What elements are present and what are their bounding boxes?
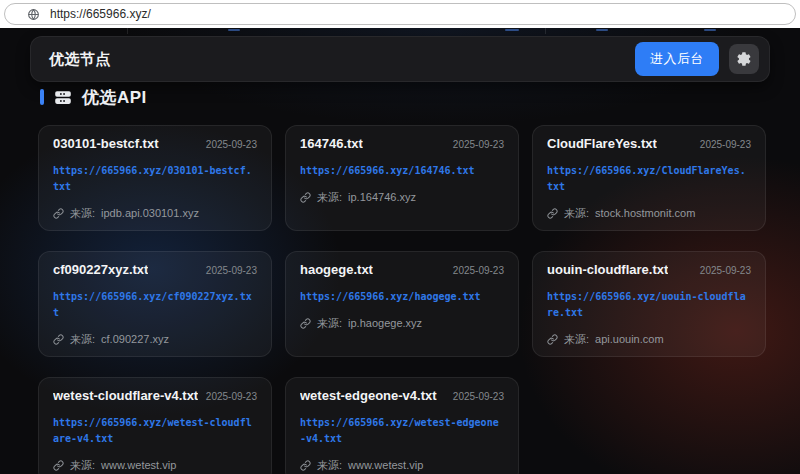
- browser-chrome: https://665966.xyz/: [0, 0, 800, 28]
- source-value: www.wetest.vip: [101, 458, 176, 472]
- card-header: wetest-cloudflare-v4.txt 2025-09-23: [53, 388, 257, 404]
- card-source: 来源: ip.haogege.xyz: [300, 316, 504, 330]
- card-url-link[interactable]: https://665966.xyz/wetest-edgeone-v4.txt: [300, 415, 504, 447]
- enter-admin-button[interactable]: 进入后台: [635, 42, 719, 76]
- card-title: CloudFlareYes.txt: [547, 136, 657, 152]
- source-label: 来源:: [70, 206, 95, 220]
- page-background: 优选节点 进入后台 优选API 030101-b: [0, 28, 800, 474]
- card-date: 2025-09-23: [453, 391, 504, 402]
- card-header: haogege.txt 2025-09-23: [300, 262, 504, 278]
- card-header: 030101-bestcf.txt 2025-09-23: [53, 136, 257, 152]
- scrolled-content-remnant: [596, 29, 608, 31]
- api-card: wetest-edgeone-v4.txt 2025-09-23 https:/…: [285, 377, 519, 474]
- card-header: wetest-edgeone-v4.txt 2025-09-23: [300, 388, 504, 404]
- card-date: 2025-09-23: [206, 139, 257, 150]
- source-value: ip.haogege.xyz: [348, 316, 422, 330]
- scrolled-content-remnant: [228, 29, 240, 31]
- card-url-link[interactable]: https://665966.xyz/164746.txt: [300, 163, 504, 179]
- sticky-header: 优选节点 进入后台: [30, 36, 770, 82]
- card-date: 2025-09-23: [206, 391, 257, 402]
- card-source: 来源: ip.164746.xyz: [300, 190, 504, 204]
- source-label: 来源:: [70, 332, 95, 346]
- source-value: stock.hostmonit.com: [595, 206, 695, 220]
- section-title: 优选API: [82, 86, 147, 109]
- link-icon: [53, 334, 64, 345]
- card-title: 164746.txt: [300, 136, 363, 152]
- api-card: 164746.txt 2025-09-23 https://665966.xyz…: [285, 125, 519, 231]
- source-value: ip.164746.xyz: [348, 190, 416, 204]
- card-source: 来源: www.wetest.vip: [53, 458, 257, 472]
- card-title: uouin-cloudflare.txt: [547, 262, 668, 278]
- card-title: wetest-edgeone-v4.txt: [300, 388, 437, 404]
- scrolled-content-remnant: [545, 28, 546, 34]
- link-icon: [53, 460, 64, 471]
- source-value: api.uouin.com: [595, 332, 664, 346]
- card-date: 2025-09-23: [700, 139, 751, 150]
- scrolled-content-remnant: [505, 29, 519, 31]
- card-source: 来源: stock.hostmonit.com: [547, 206, 751, 220]
- card-title: wetest-cloudflare-v4.txt: [53, 388, 198, 404]
- source-label: 来源:: [317, 190, 342, 204]
- link-icon: [53, 208, 64, 219]
- source-value: ipdb.api.030101.xyz: [101, 206, 199, 220]
- section-header: 优选API: [40, 86, 147, 108]
- card-header: cf090227xyz.txt 2025-09-23: [53, 262, 257, 278]
- link-icon: [547, 208, 558, 219]
- card-date: 2025-09-23: [206, 265, 257, 276]
- settings-button[interactable]: [729, 44, 759, 74]
- card-title: haogege.txt: [300, 262, 373, 278]
- scrolled-content-remnant: [127, 28, 128, 34]
- card-source: 来源: ipdb.api.030101.xyz: [53, 206, 257, 220]
- api-card: cf090227xyz.txt 2025-09-23 https://66596…: [38, 251, 272, 357]
- source-label: 来源:: [317, 458, 342, 472]
- card-source: 来源: cf.090227.xyz: [53, 332, 257, 346]
- source-label: 来源:: [317, 316, 342, 330]
- card-header: uouin-cloudflare.txt 2025-09-23: [547, 262, 751, 278]
- address-bar[interactable]: https://665966.xyz/: [4, 3, 796, 25]
- link-icon: [300, 192, 311, 203]
- card-header: 164746.txt 2025-09-23: [300, 136, 504, 152]
- card-date: 2025-09-23: [700, 265, 751, 276]
- api-card: 030101-bestcf.txt 2025-09-23 https://665…: [38, 125, 272, 231]
- card-source: 来源: www.wetest.vip: [300, 458, 504, 472]
- card-date: 2025-09-23: [453, 265, 504, 276]
- card-url-link[interactable]: https://665966.xyz/cf090227xyz.txt: [53, 289, 257, 321]
- card-title: 030101-bestcf.txt: [53, 136, 159, 152]
- api-card: uouin-cloudflare.txt 2025-09-23 https://…: [532, 251, 766, 357]
- api-card-grid: 030101-bestcf.txt 2025-09-23 https://665…: [38, 125, 766, 474]
- scrolled-content-remnant: [704, 29, 716, 31]
- url-text: https://665966.xyz/: [50, 7, 151, 21]
- source-label: 来源:: [564, 332, 589, 346]
- card-date: 2025-09-23: [453, 139, 504, 150]
- api-card: wetest-cloudflare-v4.txt 2025-09-23 http…: [38, 377, 272, 474]
- card-title: cf090227xyz.txt: [53, 262, 148, 278]
- link-icon: [547, 334, 558, 345]
- card-url-link[interactable]: https://665966.xyz/haogege.txt: [300, 289, 504, 305]
- link-icon: [300, 460, 311, 471]
- source-value: www.wetest.vip: [348, 458, 423, 472]
- page-title: 优选节点: [49, 50, 111, 69]
- api-card: CloudFlareYes.txt 2025-09-23 https://665…: [532, 125, 766, 231]
- card-source: 来源: api.uouin.com: [547, 332, 751, 346]
- card-url-link[interactable]: https://665966.xyz/uouin-cloudflare.txt: [547, 289, 751, 321]
- source-label: 来源:: [70, 458, 95, 472]
- card-url-link[interactable]: https://665966.xyz/wetest-cloudflare-v4.…: [53, 415, 257, 447]
- card-url-link[interactable]: https://665966.xyz/030101-bestcf.txt: [53, 163, 257, 195]
- source-value: cf.090227.xyz: [101, 332, 169, 346]
- card-header: CloudFlareYes.txt 2025-09-23: [547, 136, 751, 152]
- source-label: 来源:: [564, 206, 589, 220]
- card-url-link[interactable]: https://665966.xyz/CloudFlareYes.txt: [547, 163, 751, 195]
- api-card: haogege.txt 2025-09-23 https://665966.xy…: [285, 251, 519, 357]
- link-icon: [300, 318, 311, 329]
- section-accent-bar: [40, 89, 44, 105]
- server-icon: [53, 89, 73, 106]
- gear-icon: [736, 51, 752, 67]
- site-info-icon[interactable]: [27, 8, 40, 21]
